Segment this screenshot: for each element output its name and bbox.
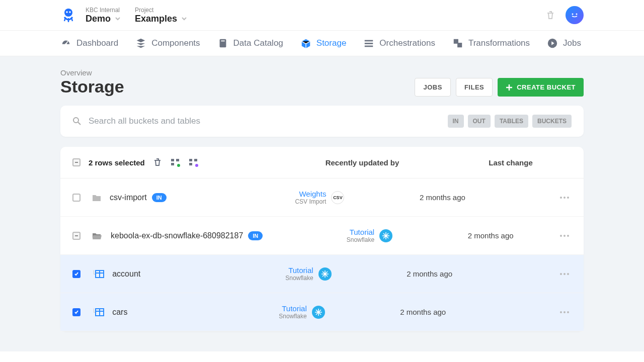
filter-pill-buckets[interactable]: BUCKETS bbox=[532, 115, 572, 128]
row-time: 2 months ago bbox=[385, 308, 461, 316]
svg-point-28 bbox=[560, 273, 562, 275]
svg-point-3 bbox=[572, 14, 574, 15]
row-more-button[interactable] bbox=[557, 196, 572, 199]
svg-rect-17 bbox=[171, 163, 174, 165]
user-avatar[interactable] bbox=[566, 6, 584, 24]
updater-link[interactable]: Weights bbox=[295, 190, 326, 198]
row-time: 2 months ago bbox=[392, 269, 467, 278]
create-bucket-button[interactable]: CREATE BUCKET bbox=[498, 78, 584, 97]
svg-point-4 bbox=[576, 14, 578, 15]
row-checkbox[interactable] bbox=[72, 194, 80, 202]
chevron-down-icon bbox=[115, 16, 121, 22]
row-type-icon bbox=[92, 231, 103, 240]
nav-components[interactable]: Components bbox=[135, 38, 200, 49]
svg-rect-20 bbox=[189, 163, 192, 165]
svg-point-22 bbox=[564, 197, 566, 199]
row-more-button[interactable] bbox=[557, 273, 572, 276]
svg-point-25 bbox=[564, 235, 566, 237]
page-overview-label: Overview bbox=[60, 68, 124, 77]
svg-point-30 bbox=[567, 273, 569, 275]
updater-link[interactable]: Tutorial bbox=[285, 266, 313, 275]
row-checkbox[interactable] bbox=[72, 270, 80, 278]
svg-point-32 bbox=[560, 311, 562, 313]
svg-rect-16 bbox=[176, 159, 179, 161]
svg-point-29 bbox=[564, 273, 566, 275]
stage-badge: IN bbox=[152, 193, 167, 202]
svg-rect-10 bbox=[365, 46, 373, 47]
project-selector[interactable]: Project Examples bbox=[135, 7, 187, 24]
row-name: keboola-ex-db-snowflake-680982187 bbox=[111, 231, 243, 240]
source-icon bbox=[312, 306, 325, 319]
bulk-move-button[interactable] bbox=[188, 158, 198, 167]
svg-point-1 bbox=[66, 11, 68, 13]
svg-point-26 bbox=[567, 235, 569, 237]
bulk-add-button[interactable] bbox=[170, 158, 180, 167]
row-name: csv-import bbox=[110, 193, 147, 202]
table-row[interactable]: └accountTutorialSnowflake2 months ago bbox=[60, 255, 584, 293]
svg-point-23 bbox=[567, 197, 569, 199]
jobs-button[interactable]: JOBS bbox=[415, 78, 450, 97]
table-row[interactable]: csv-importINWeightsCSV ImportCSV2 months… bbox=[60, 178, 584, 217]
svg-point-14 bbox=[73, 118, 78, 123]
source-icon: CSV bbox=[331, 191, 344, 204]
svg-point-21 bbox=[560, 197, 562, 199]
svg-rect-12 bbox=[457, 43, 462, 47]
chevron-down-icon bbox=[181, 16, 187, 22]
source-icon bbox=[379, 229, 392, 242]
org-selector[interactable]: KBC Internal Demo bbox=[86, 7, 121, 24]
svg-rect-8 bbox=[365, 40, 373, 42]
svg-rect-7 bbox=[221, 41, 224, 42]
svg-point-0 bbox=[64, 9, 72, 17]
delete-selected-button[interactable] bbox=[153, 158, 162, 167]
updater-link[interactable]: Tutorial bbox=[347, 228, 374, 236]
row-name: cars bbox=[112, 308, 127, 317]
page-title: Storage bbox=[60, 77, 124, 97]
trash-button[interactable] bbox=[545, 10, 555, 20]
svg-rect-15 bbox=[171, 159, 174, 161]
plus-icon bbox=[506, 84, 513, 91]
nav-orchestrations[interactable]: Orchestrations bbox=[363, 38, 435, 49]
row-type-icon bbox=[92, 193, 102, 202]
col-updated-by: Recently updated by bbox=[312, 158, 413, 167]
filter-pill-out[interactable]: OUT bbox=[468, 115, 491, 128]
svg-point-24 bbox=[560, 235, 562, 237]
files-button[interactable]: FILES bbox=[456, 78, 493, 97]
row-type-icon: └ bbox=[92, 270, 104, 278]
table-row[interactable]: └carsTutorialSnowflake2 months ago bbox=[60, 293, 584, 331]
nav-dashboard[interactable]: Dashboard bbox=[60, 38, 118, 49]
svg-rect-18 bbox=[189, 159, 192, 161]
svg-rect-19 bbox=[194, 159, 197, 161]
col-last-change: Last change bbox=[473, 158, 548, 167]
row-checkbox[interactable] bbox=[72, 232, 80, 240]
row-more-button[interactable] bbox=[557, 311, 572, 314]
stage-badge: IN bbox=[248, 231, 263, 240]
updater-link[interactable]: Tutorial bbox=[279, 304, 306, 313]
filter-pill-in[interactable]: IN bbox=[448, 115, 464, 128]
search-icon bbox=[72, 117, 82, 126]
row-time: 2 months ago bbox=[453, 231, 528, 240]
table-row[interactable]: keboola-ex-db-snowflake-680982187INTutor… bbox=[60, 217, 584, 255]
svg-point-34 bbox=[567, 311, 569, 313]
row-checkbox[interactable] bbox=[72, 308, 80, 316]
main-nav: DashboardComponentsData CatalogStorageOr… bbox=[0, 31, 644, 56]
row-type-icon: └ bbox=[92, 308, 104, 316]
source-icon bbox=[318, 267, 332, 281]
rows-selected-text: 2 rows selected bbox=[89, 158, 145, 167]
search-input[interactable] bbox=[89, 116, 448, 126]
select-all-checkbox[interactable] bbox=[72, 158, 80, 166]
app-logo bbox=[60, 7, 76, 23]
nav-jobs[interactable]: Jobs bbox=[547, 38, 581, 49]
row-time: 2 months ago bbox=[405, 193, 480, 202]
nav-storage[interactable]: Storage bbox=[300, 38, 347, 49]
row-name: account bbox=[112, 269, 140, 279]
svg-point-2 bbox=[69, 11, 71, 13]
svg-rect-9 bbox=[365, 43, 373, 44]
row-more-button[interactable] bbox=[557, 234, 572, 237]
svg-point-33 bbox=[564, 311, 566, 313]
svg-rect-6 bbox=[219, 39, 226, 48]
filter-pill-tables[interactable]: TABLES bbox=[495, 115, 528, 128]
nav-transformations[interactable]: Transformations bbox=[452, 38, 530, 49]
nav-data-catalog[interactable]: Data Catalog bbox=[217, 38, 283, 49]
